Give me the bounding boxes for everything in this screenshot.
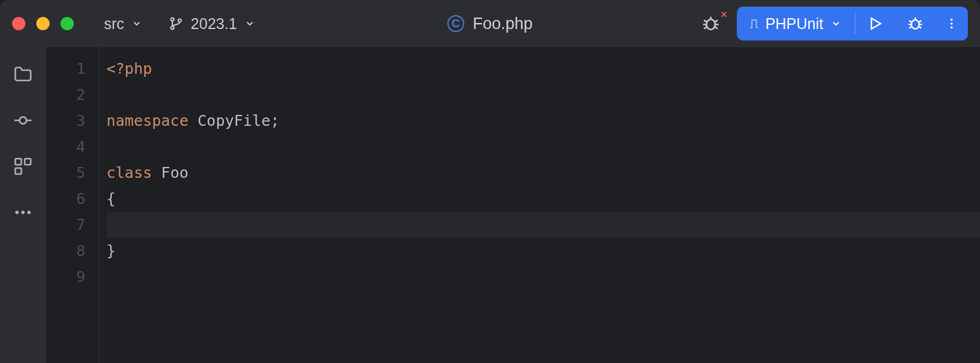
svg-point-1 (171, 27, 174, 30)
current-file[interactable]: C Foo.php (447, 15, 532, 33)
code-editor[interactable]: <?phpnamespace CopyFile;class Foo{} (99, 47, 980, 363)
svg-rect-14 (15, 168, 21, 174)
svg-point-15 (15, 211, 19, 214)
commit-icon (13, 110, 33, 131)
structure-icon (13, 156, 33, 177)
project-name: src (104, 15, 124, 33)
activity-bar (0, 47, 46, 363)
svg-point-9 (19, 117, 26, 123)
chevron-down-icon (244, 18, 255, 29)
code-line[interactable]: } (106, 238, 980, 264)
stop-debug-button[interactable]: × (701, 13, 721, 34)
debug-button[interactable] (895, 7, 935, 41)
code-line[interactable] (106, 134, 980, 160)
file-name: Foo.php (472, 15, 532, 33)
ellipsis-icon (13, 202, 33, 223)
svg-point-3 (707, 19, 715, 30)
svg-marker-4 (872, 18, 881, 28)
code-line[interactable]: { (106, 186, 980, 212)
line-number[interactable]: 2 (46, 82, 99, 108)
line-number[interactable]: 6 (46, 186, 99, 212)
svg-point-8 (950, 27, 953, 29)
run-button[interactable] (855, 7, 895, 41)
line-number[interactable]: 1 (46, 56, 99, 82)
code-line[interactable] (106, 264, 980, 290)
code-line[interactable]: namespace CopyFile; (106, 108, 980, 134)
code-line[interactable]: class Foo (106, 160, 980, 186)
branch-name: 2023.1 (191, 15, 237, 33)
project-dropdown[interactable]: src (99, 13, 147, 35)
line-number[interactable]: 8 (46, 238, 99, 264)
svg-point-7 (950, 22, 953, 25)
branch-dropdown[interactable]: 2023.1 (164, 13, 260, 35)
line-gutter: 123456789 (46, 47, 99, 363)
line-number[interactable]: 9 (46, 264, 99, 290)
run-config-dropdown[interactable]: ⎍ PHPUnit (737, 7, 855, 41)
window-controls (12, 17, 74, 30)
code-line[interactable] (106, 212, 980, 238)
svg-rect-12 (15, 159, 21, 165)
minimize-window-button[interactable] (36, 17, 50, 30)
play-icon (867, 16, 883, 31)
svg-point-17 (27, 211, 31, 214)
run-toolbar: ⎍ PHPUnit (737, 7, 968, 41)
line-number[interactable]: 3 (46, 108, 99, 134)
svg-point-6 (950, 19, 953, 21)
bug-icon (701, 13, 721, 34)
folder-icon (13, 64, 33, 85)
more-actions-button[interactable] (935, 7, 968, 41)
project-tool-button[interactable] (13, 64, 33, 85)
svg-point-5 (912, 20, 920, 29)
svg-point-2 (178, 19, 181, 22)
phpunit-icon: ⎍ (750, 16, 758, 31)
class-badge-icon: C (447, 15, 464, 32)
branch-icon (169, 16, 183, 31)
chevron-down-icon (131, 18, 142, 29)
x-icon: × (721, 8, 728, 21)
code-line[interactable]: <?php (106, 56, 980, 82)
svg-point-0 (171, 18, 174, 21)
line-number[interactable]: 4 (46, 134, 99, 160)
svg-point-16 (21, 211, 25, 214)
chevron-down-icon (831, 18, 841, 29)
more-tools-button[interactable] (13, 202, 33, 223)
kebab-icon (945, 17, 958, 30)
code-line[interactable] (106, 82, 980, 108)
maximize-window-button[interactable] (60, 17, 74, 30)
line-number[interactable]: 7 (46, 212, 99, 238)
structure-tool-button[interactable] (13, 156, 33, 177)
line-number[interactable]: 5 (46, 160, 99, 186)
close-window-button[interactable] (12, 17, 25, 30)
svg-rect-13 (25, 159, 31, 165)
title-bar: src 2023.1 C Foo.php × ⎍ PHPUnit (0, 0, 980, 47)
bug-icon (906, 15, 924, 33)
run-config-name: PHPUnit (765, 15, 823, 33)
commit-tool-button[interactable] (13, 110, 33, 131)
